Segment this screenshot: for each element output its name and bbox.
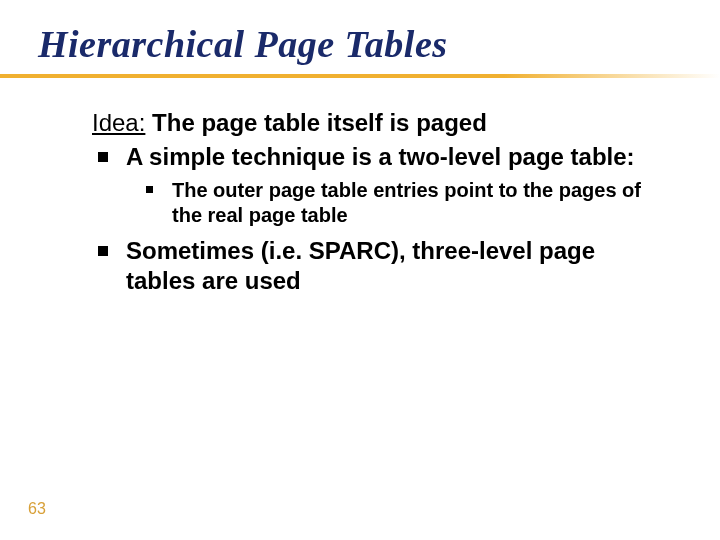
bullet-text: The outer page table entries point to th… [172, 179, 641, 226]
idea-line: Idea: The page table itself is paged [92, 108, 662, 138]
idea-label: Idea: [92, 109, 145, 136]
title-underline [0, 74, 720, 78]
square-bullet-icon [98, 246, 108, 256]
idea-text: The page table itself is paged [152, 109, 487, 136]
slide: Hierarchical Page Tables Idea: The page … [0, 0, 720, 540]
square-bullet-icon [146, 186, 153, 193]
square-bullet-icon [98, 152, 108, 162]
slide-title: Hierarchical Page Tables [38, 22, 448, 66]
bullet-level1: A simple technique is a two-level page t… [92, 142, 662, 172]
page-number: 63 [28, 500, 46, 518]
bullet-level1: Sometimes (i.e. SPARC), three-level page… [92, 236, 662, 296]
bullet-level2: The outer page table entries point to th… [140, 178, 662, 228]
bullet-text: A simple technique is a two-level page t… [126, 143, 635, 170]
slide-body: Idea: The page table itself is paged A s… [92, 108, 662, 302]
bullet-text: Sometimes (i.e. SPARC), three-level page… [126, 237, 595, 294]
